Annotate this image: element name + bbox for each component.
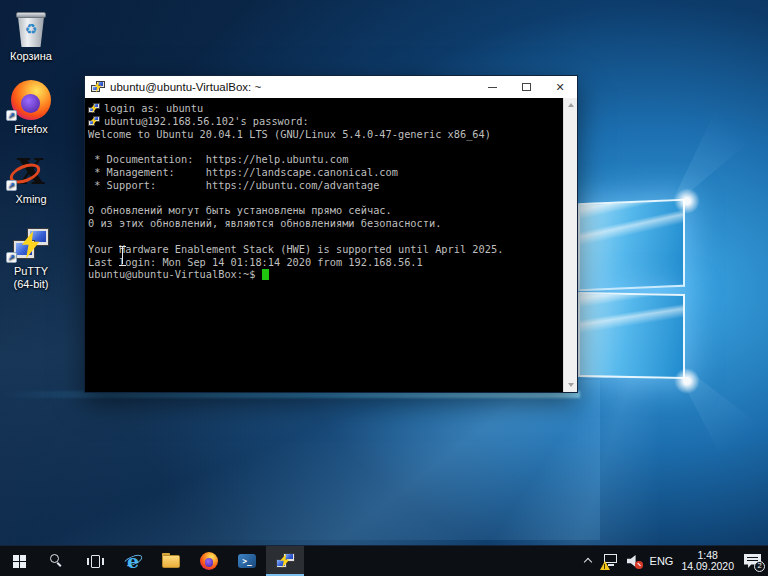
shortcut-arrow-icon: ↗ xyxy=(6,110,17,121)
maximize-icon xyxy=(522,83,531,91)
light-ray-left xyxy=(0,380,600,540)
close-icon: ✕ xyxy=(555,82,564,93)
volume-muted-icon xyxy=(627,555,642,568)
recycle-bin-icon: ♻ xyxy=(15,11,47,47)
desktop-icon-label: PuTTY xyxy=(2,265,60,278)
internet-explorer-button[interactable]: e xyxy=(114,546,152,576)
terminal-line: * Documentation: https://help.ubuntu.com xyxy=(88,153,561,166)
action-center-icon: 2 xyxy=(744,554,761,569)
arrow-up-icon xyxy=(568,103,574,107)
firefox-icon xyxy=(200,552,218,570)
minimize-button[interactable] xyxy=(475,76,509,98)
clock[interactable]: 1:48 14.09.2020 xyxy=(681,550,734,573)
file-explorer-button[interactable] xyxy=(152,546,190,576)
taskbar: e >_ ENG 1:48 xyxy=(0,545,768,576)
terminal-line: * Management: https://landscape.canonica… xyxy=(88,166,561,179)
recycle-symbol-icon: ♻ xyxy=(15,22,47,36)
window-titlebar[interactable]: ubuntu@ubuntu-VirtualBox: ~ ✕ xyxy=(85,76,577,98)
language-indicator[interactable]: ENG xyxy=(650,555,674,567)
firefox-button[interactable] xyxy=(190,546,228,576)
terminal-scrollbar[interactable] xyxy=(563,98,577,392)
terminal-line: Welcome to Ubuntu 20.04.1 LTS (GNU/Linux… xyxy=(88,128,561,141)
arrow-down-icon xyxy=(568,383,574,387)
putty-icon xyxy=(91,81,105,94)
putty-icon xyxy=(13,228,49,262)
system-tray: ENG 1:48 14.09.2020 2 xyxy=(584,546,768,576)
logo-glint-top xyxy=(674,188,700,214)
firefox-icon xyxy=(11,80,51,120)
close-button[interactable]: ✕ xyxy=(543,76,577,98)
clock-date: 14.09.2020 xyxy=(681,561,734,573)
start-button[interactable] xyxy=(0,546,38,576)
network-warning-icon xyxy=(602,554,619,568)
chevron-up-icon xyxy=(584,556,594,566)
logo-glint-bottom xyxy=(674,368,700,394)
terminal-cursor xyxy=(262,269,269,280)
minimize-icon xyxy=(488,87,497,88)
terminal-line xyxy=(88,140,561,153)
window-title: ubuntu@ubuntu-VirtualBox: ~ xyxy=(110,81,475,93)
terminal-line: login as: ubuntu xyxy=(88,102,561,115)
network-status-button[interactable] xyxy=(602,554,619,568)
putty-icon xyxy=(88,103,100,114)
terminal-line xyxy=(88,192,561,205)
scroll-down-button[interactable] xyxy=(564,378,577,392)
putty-window: ubuntu@ubuntu-VirtualBox: ~ ✕ login as: … xyxy=(84,75,578,393)
volume-button[interactable] xyxy=(627,555,642,568)
desktop-icon-sublabel: (64-bit) xyxy=(2,278,60,291)
terminal-prompt-line: ubuntu@ubuntu-VirtualBox:~$ xyxy=(88,268,561,281)
desktop-icon-label: Firefox xyxy=(2,123,60,136)
desktop-icon-putty[interactable]: ↗ PuTTY (64-bit) xyxy=(2,222,60,291)
terminal-line: 0 из этих обновлений, являются обновлени… xyxy=(88,217,561,230)
desktop-icon-label: Xming xyxy=(2,193,60,206)
terminal-line: Last login: Mon Sep 14 01:18:14 2020 fro… xyxy=(88,256,561,269)
terminal-line: Your Hardware Enablement Stack (HWE) is … xyxy=(88,243,561,256)
shortcut-arrow-icon: ↗ xyxy=(6,180,17,191)
terminal-line xyxy=(88,230,561,243)
terminal-line: 0 обновлений могут быть установлены прям… xyxy=(88,204,561,217)
desktop-icon-firefox[interactable]: ↗ Firefox xyxy=(2,80,60,136)
internet-explorer-icon: e xyxy=(123,551,143,571)
terminal-area[interactable]: login as: ubuntu ubuntu@192.168.56.102's… xyxy=(85,98,563,392)
search-button[interactable] xyxy=(38,546,76,576)
scroll-up-button[interactable] xyxy=(564,98,577,112)
desktop-icon-label: Корзина xyxy=(2,50,60,63)
maximize-button[interactable] xyxy=(509,76,543,98)
task-view-button[interactable] xyxy=(76,546,114,576)
windows-logo-icon xyxy=(13,555,26,568)
putty-icon xyxy=(88,116,100,127)
windows-logo-pane-bottom xyxy=(578,292,685,379)
desktop-icon-xming[interactable]: X ↗ Xming xyxy=(2,150,60,206)
shortcut-arrow-icon: ↗ xyxy=(6,252,17,263)
desktop-icon-recycle-bin[interactable]: ♻ Корзина xyxy=(2,7,60,63)
notification-badge: 2 xyxy=(754,561,765,572)
search-icon xyxy=(50,554,64,568)
hidden-icons-button[interactable] xyxy=(584,556,594,566)
action-center-button[interactable]: 2 xyxy=(742,554,761,569)
task-view-icon xyxy=(87,555,104,568)
terminal-line: * Support: https://ubuntu.com/advantage xyxy=(88,179,561,192)
powershell-icon: >_ xyxy=(238,554,256,568)
terminal-line: ubuntu@192.168.56.102's password: xyxy=(88,115,561,128)
windows-logo-pane-top xyxy=(578,199,685,292)
putty-taskbar-button[interactable] xyxy=(266,546,304,576)
putty-icon xyxy=(276,553,295,570)
taskbar-empty-area xyxy=(304,546,584,576)
folder-icon xyxy=(162,555,180,568)
powershell-button[interactable]: >_ xyxy=(228,546,266,576)
